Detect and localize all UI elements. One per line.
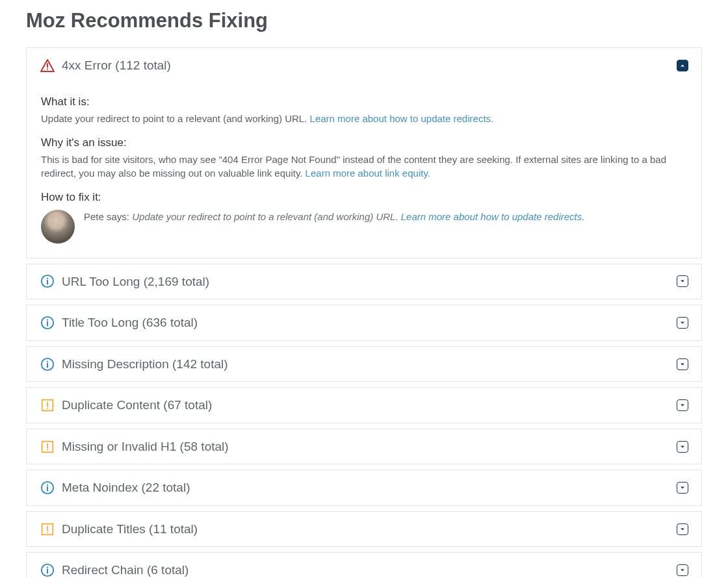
issue-panel-url-too-long: URL Too Long (2,169 total) [26,264,702,300]
collapse-toggle[interactable] [677,60,688,71]
svg-point-9 [47,360,48,362]
expand-toggle[interactable] [677,317,688,329]
expand-toggle[interactable] [677,523,688,535]
svg-point-13 [47,407,48,408]
avatar [41,210,75,244]
issue-panel-duplicate-content: Duplicate Content (67 total) [26,387,702,423]
warn-square-icon [40,439,55,455]
what-text: Update your redirect to point to a relev… [41,112,687,126]
issue-header-redirect-chain[interactable]: Redirect Chain (6 total) [27,553,701,578]
issue-panel-redirect-chain: Redirect Chain (6 total) [26,552,702,578]
issue-header-4xx-error[interactable]: 4xx Error (112 total) [27,48,701,83]
expand-toggle[interactable] [677,564,688,576]
svg-point-18 [47,484,48,486]
issue-title: Missing Description (142 total) [62,355,677,373]
issue-header-missing-description[interactable]: Missing Description (142 total) [27,347,701,382]
fix-row: Pete says: Update your redirect to point… [41,210,687,244]
issue-panel-missing-description: Missing Description (142 total) [26,346,702,383]
expand-toggle[interactable] [677,482,688,494]
issue-panel-duplicate-titles: Duplicate Titles (11 total) [26,511,702,547]
issue-title: Missing or Invalid H1 (58 total) [62,438,677,456]
fix-text: Pete says: Update your redirect to point… [84,210,584,224]
issue-header-url-too-long[interactable]: URL Too Long (2,169 total) [27,264,701,299]
why-text: This is bad for site visitors, who may s… [41,153,687,181]
issue-title: Meta Noindex (22 total) [62,479,677,497]
issue-title: Title Too Long (636 total) [62,314,677,332]
issue-header-missing-h1[interactable]: Missing or Invalid H1 (58 total) [27,429,701,464]
expand-toggle[interactable] [677,441,688,453]
issue-header-title-too-long[interactable]: Title Too Long (636 total) [27,305,701,340]
what-link[interactable]: Learn more about how to update redirects… [310,113,494,124]
svg-point-6 [47,320,48,321]
issue-header-meta-noindex[interactable]: Meta Noindex (22 total) [27,470,701,505]
issue-panel-4xx-error: 4xx Error (112 total) What it is: Update… [26,47,702,258]
svg-point-1 [47,68,48,69]
info-icon [40,273,55,289]
issue-title: Redirect Chain (6 total) [62,561,677,578]
page-title: Moz Recommends Fixing [26,6,702,36]
fix-heading: How to fix it: [41,190,687,206]
issue-title: Duplicate Content (67 total) [62,396,677,414]
svg-point-3 [47,278,48,279]
svg-point-16 [47,449,48,450]
alert-triangle-icon [40,58,55,73]
info-icon [40,357,55,372]
expand-toggle[interactable] [677,275,688,287]
issue-header-duplicate-titles[interactable]: Duplicate Titles (11 total) [27,512,701,547]
why-link[interactable]: Learn more about link equity. [306,168,430,179]
info-icon [40,315,55,331]
issue-header-duplicate-content[interactable]: Duplicate Content (67 total) [27,388,701,423]
svg-point-22 [47,531,48,533]
expand-toggle[interactable] [677,358,688,370]
fix-says: Pete says: [84,211,132,222]
warn-square-icon [40,521,55,537]
what-heading: What it is: [41,94,687,110]
issue-title: 4xx Error (112 total) [62,57,677,75]
why-heading: Why it's an issue: [41,135,687,151]
expand-toggle[interactable] [677,399,688,411]
issues-list: 4xx Error (112 total) What it is: Update… [26,47,702,578]
info-icon [40,562,55,578]
issue-title: URL Too Long (2,169 total) [62,273,677,291]
issue-panel-missing-h1: Missing or Invalid H1 (58 total) [26,429,702,465]
issue-title: Duplicate Titles (11 total) [62,520,677,538]
issue-body-4xx-error: What it is: Update your redirect to poin… [27,82,701,257]
issue-panel-title-too-long: Title Too Long (636 total) [26,305,702,341]
what-text-span: Update your redirect to point to a relev… [41,113,310,124]
warn-square-icon [40,397,55,413]
svg-point-24 [47,567,48,568]
fix-link[interactable]: Learn more about how to update redirects… [401,211,585,222]
info-icon [40,480,55,496]
issue-panel-meta-noindex: Meta Noindex (22 total) [26,470,702,506]
fix-advice: Update your redirect to point to a relev… [132,211,401,222]
